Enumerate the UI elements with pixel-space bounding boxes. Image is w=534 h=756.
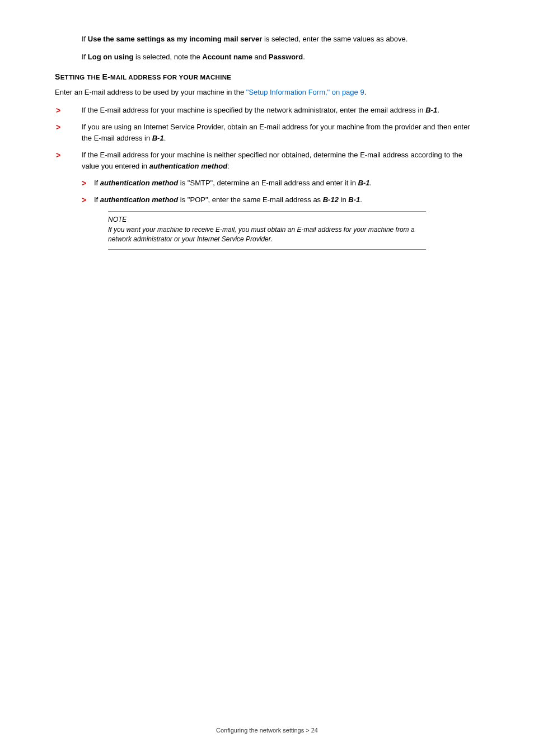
- text: and: [252, 53, 269, 61]
- password-label: Password: [269, 53, 303, 61]
- text: is selected, note the: [133, 53, 202, 61]
- text: E-: [102, 72, 111, 81]
- field-b12: B-12: [323, 195, 339, 204]
- field-auth-method: authentication method: [100, 179, 178, 187]
- list-item: If authentication method is "POP", enter…: [82, 194, 479, 206]
- text: in: [339, 195, 348, 204]
- text: is selected, enter the same values as ab…: [262, 35, 407, 43]
- field-b1: B-1: [425, 106, 437, 114]
- setup-info-link[interactable]: "Setup Information Form," on page 9: [246, 88, 364, 96]
- text: If: [94, 179, 100, 187]
- text: If: [94, 195, 100, 204]
- text: If: [82, 35, 88, 43]
- intro-paragraph-1: If Use the same settings as my incoming …: [82, 34, 479, 45]
- text: If you are using an Internet Service Pro…: [82, 123, 470, 142]
- list-item: If you are using an Internet Service Pro…: [55, 122, 479, 144]
- field-b1: B-1: [358, 179, 370, 187]
- text: .: [364, 88, 367, 96]
- same-settings-label: Use the same settings as my incoming mai…: [88, 35, 262, 43]
- field-b1: B-1: [348, 195, 360, 204]
- list-item: If the E-mail address for your machine i…: [55, 150, 479, 206]
- note-title: NOTE: [108, 215, 426, 225]
- main-bullet-list: If the E-mail address for your machine i…: [55, 105, 479, 206]
- account-name-label: Account name: [202, 53, 252, 61]
- text: .: [437, 106, 439, 114]
- text: Enter an E-mail address to be used by yo…: [55, 88, 246, 96]
- lead-paragraph: Enter an E-mail address to be used by yo…: [55, 87, 479, 98]
- list-item: If authentication method is "SMTP", dete…: [82, 178, 479, 189]
- text: ETTING THE: [60, 74, 102, 81]
- text: .: [370, 179, 372, 187]
- text: If the E-mail address for your machine i…: [82, 106, 425, 114]
- note-box: NOTE If you want your machine to receive…: [108, 211, 426, 249]
- list-item: If the E-mail address for your machine i…: [55, 105, 479, 116]
- text: :: [227, 162, 229, 170]
- page-content: If Use the same settings as my incoming …: [0, 0, 534, 272]
- text: is "SMTP", determine an E-mail address a…: [178, 179, 358, 187]
- page-footer: Configuring the network settings > 24: [0, 727, 534, 734]
- sub-bullet-list: If authentication method is "SMTP", dete…: [82, 178, 479, 206]
- field-auth-method: authentication method: [149, 162, 227, 170]
- note-body: If you want your machine to receive E-ma…: [108, 226, 415, 243]
- field-auth-method: authentication method: [100, 195, 178, 204]
- text: If: [82, 53, 88, 61]
- text: .: [164, 134, 166, 142]
- text: MAIL ADDRESS FOR YOUR MACHINE: [110, 74, 231, 81]
- text: .: [303, 53, 305, 61]
- text: If the E-mail address for your machine i…: [82, 151, 462, 170]
- text: is "POP", enter the same E-mail address …: [178, 195, 323, 204]
- field-b1: B-1: [152, 134, 164, 142]
- text: S: [55, 72, 60, 81]
- intro-paragraph-2: If Log on using is selected, note the Ac…: [82, 52, 479, 63]
- text: .: [360, 195, 362, 204]
- section-heading: SETTING THE E-MAIL ADDRESS FOR YOUR MACH…: [55, 72, 479, 81]
- log-on-using-label: Log on using: [88, 53, 134, 61]
